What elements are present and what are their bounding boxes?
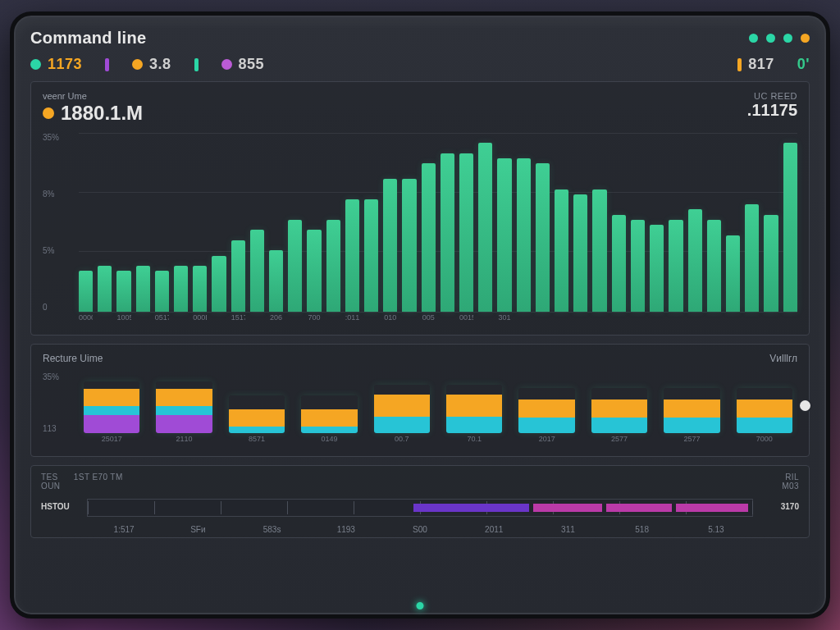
window-dot-icon[interactable] xyxy=(801,34,810,43)
xtick: 583s xyxy=(235,525,308,534)
xtick: 2017 xyxy=(518,435,574,451)
stat-row: 11733.88558170' xyxy=(30,56,810,73)
stat-value: 0' xyxy=(797,56,810,73)
bar-segment xyxy=(664,418,719,433)
chart1-bars xyxy=(79,133,797,312)
bar xyxy=(669,220,682,312)
xtick: 518 xyxy=(605,525,679,534)
dashboard-device: Command line 11733.88558170' veenr Ume 1… xyxy=(10,11,830,619)
xtick: 2110 xyxy=(156,435,212,451)
bar-chart-2: 35%113 2501721108571014900.770.120172577… xyxy=(43,372,797,451)
bar-segment xyxy=(156,415,212,433)
bar xyxy=(726,235,740,312)
xtick: 2577 xyxy=(664,435,719,451)
bar xyxy=(288,220,302,312)
bar xyxy=(459,153,473,312)
xtick xyxy=(707,313,721,330)
bar xyxy=(592,189,606,312)
ytick: 35% xyxy=(43,133,77,142)
panel1-right-label: UC REED xyxy=(747,91,797,101)
xtick xyxy=(212,313,226,330)
stacked-bar xyxy=(664,388,719,433)
xtick xyxy=(573,313,587,330)
footer-label: OUN xyxy=(41,482,60,491)
bar-segment xyxy=(518,399,574,418)
bar xyxy=(326,220,340,312)
chart1-yaxis: 35%8%5%0 xyxy=(43,133,77,312)
bar xyxy=(497,158,511,312)
bar xyxy=(555,189,568,312)
bar-icon xyxy=(194,58,199,71)
window-dot-icon[interactable] xyxy=(749,34,758,43)
title-bar: Command line xyxy=(30,29,810,48)
xtick: 005 xyxy=(422,313,436,330)
bar xyxy=(517,158,531,312)
ytick: 0 xyxy=(43,303,77,312)
timeline-tick xyxy=(354,501,354,514)
bar-segment xyxy=(229,427,285,433)
stat-item: 855 xyxy=(221,56,265,73)
bar xyxy=(98,266,112,312)
xtick: S00 xyxy=(383,525,457,534)
footer-right-block: RIL M03 xyxy=(782,472,799,491)
xtick xyxy=(688,313,702,330)
circle-icon xyxy=(132,59,143,70)
bar xyxy=(79,271,93,312)
timeline-segment xyxy=(413,504,529,512)
ytick: 8% xyxy=(43,189,77,199)
panel-main-chart: veenr Ume 1880.1.M UC REED .11175 35%8%5… xyxy=(30,81,810,336)
slider-handle-icon[interactable] xyxy=(800,400,810,411)
xtick xyxy=(136,313,150,330)
stat-value: 1173 xyxy=(48,56,82,73)
xtick: 2577 xyxy=(591,435,647,451)
xtick xyxy=(783,313,797,330)
footer-label: RIL xyxy=(785,472,799,482)
stat-item: 0' xyxy=(797,56,810,73)
bar xyxy=(364,199,378,312)
bar xyxy=(193,266,207,312)
stacked-bar xyxy=(446,385,502,433)
stacked-bar xyxy=(591,388,647,433)
xtick xyxy=(98,313,112,330)
bar xyxy=(136,266,150,312)
bar-chart-1: 35%8%5%0 000010050517000B1517206700:0110… xyxy=(43,133,797,330)
bar-segment xyxy=(156,406,212,415)
xtick: 2011 xyxy=(457,525,531,534)
timeline-segment xyxy=(533,504,602,512)
xtick xyxy=(402,313,416,330)
bar-segment xyxy=(84,389,139,407)
bar-segment xyxy=(664,399,719,418)
stacked-bar xyxy=(737,388,792,433)
chart2-yaxis: 35%113 xyxy=(43,372,77,433)
xtick xyxy=(612,313,626,330)
bar-segment xyxy=(737,399,792,418)
window-dot-icon[interactable] xyxy=(766,34,775,43)
timeline-track[interactable]: HSTOU 3170 xyxy=(41,495,799,520)
xtick: 1193 xyxy=(309,525,383,534)
xtick xyxy=(669,313,682,330)
xtick xyxy=(592,313,606,330)
panel1-right-value: .11175 xyxy=(747,101,797,120)
panel1-small-label: veenr Ume xyxy=(43,91,87,101)
xtick: 000B xyxy=(193,313,207,330)
bar xyxy=(650,225,664,312)
panel1-big-value: 1880.1.M xyxy=(43,102,143,125)
bar-icon xyxy=(737,58,742,71)
footer-value: 1ST E70 TM xyxy=(74,472,123,482)
bar-segment xyxy=(84,415,139,433)
bar xyxy=(250,230,264,312)
xtick: 1:517 xyxy=(87,525,161,534)
stacked-bar xyxy=(301,395,357,434)
xtick xyxy=(536,313,550,330)
xtick: 301 xyxy=(497,313,511,330)
bar xyxy=(307,230,321,312)
window-dot-icon[interactable] xyxy=(783,34,792,43)
bar-segment xyxy=(737,418,792,433)
bar-segment xyxy=(446,417,502,433)
xtick xyxy=(764,313,778,330)
chart1-xaxis: 000010050517000B1517206700:0110100050015… xyxy=(79,313,797,330)
stat-item: 817 xyxy=(737,56,774,73)
bar xyxy=(441,153,454,312)
bar-segment xyxy=(374,395,430,417)
footer-left-block: TES 1ST E70 TM OUN xyxy=(41,472,123,491)
